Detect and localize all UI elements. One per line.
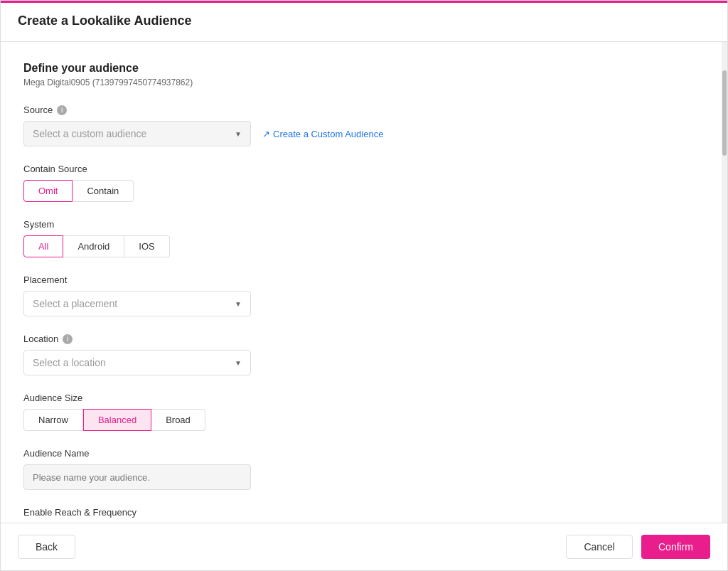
modal-content: Define your audience Mega Digital0905 (7… <box>1 42 722 523</box>
modal-header: Create a Lookalike Audience <box>1 1 727 42</box>
audience-size-label: Audience Size <box>23 393 699 403</box>
contain-source-label: Contain Source <box>23 164 699 174</box>
modal-container: Create a Lookalike Audience Define your … <box>0 0 728 571</box>
location-dropdown-chevron: ▼ <box>235 359 242 367</box>
placement-section: Placement Select a placement ▼ <box>23 274 699 316</box>
placement-dropdown-chevron: ▼ <box>235 300 242 308</box>
contain-source-button-group: Omit Contain <box>23 180 699 202</box>
audience-name-label: Audience Name <box>23 448 699 459</box>
audience-name-section: Audience Name <box>23 448 699 490</box>
system-label: System <box>23 219 699 230</box>
modal-footer: Back Cancel Confirm <box>1 523 727 570</box>
top-accent-border <box>1 1 727 3</box>
source-select-row: Select a custom audience ▼ ↗ Create a Cu… <box>23 121 699 146</box>
audience-size-balanced-button[interactable]: Balanced <box>83 409 151 431</box>
system-button-group: All Android IOS <box>23 235 699 257</box>
location-info-icon[interactable]: i <box>63 334 73 344</box>
location-label: Location i <box>23 333 699 344</box>
modal-body: Define your audience Mega Digital0905 (7… <box>1 42 727 523</box>
location-dropdown[interactable]: Select a location ▼ <box>23 350 251 375</box>
audience-size-section: Audience Size Narrow Balanced Broad <box>23 393 699 431</box>
placement-dropdown[interactable]: Select a placement ▼ <box>23 291 251 316</box>
audience-size-button-group: Narrow Balanced Broad <box>23 409 699 431</box>
define-audience-subtitle: Mega Digital0905 (71397997450774937862) <box>23 78 699 87</box>
scrollbar[interactable] <box>722 42 727 523</box>
define-audience-heading: Define your audience <box>23 62 699 75</box>
system-ios-button[interactable]: IOS <box>124 235 169 257</box>
footer-left: Back <box>18 535 75 559</box>
source-info-icon[interactable]: i <box>57 105 67 115</box>
define-audience-section: Define your audience Mega Digital0905 (7… <box>23 62 699 87</box>
create-link-icon: ↗ <box>262 129 270 139</box>
confirm-button[interactable]: Confirm <box>641 535 710 559</box>
footer-right: Cancel Confirm <box>566 535 710 559</box>
source-section: Source i Select a custom audience ▼ ↗ Cr… <box>23 105 699 146</box>
audience-name-input[interactable] <box>23 464 251 490</box>
reach-frequency-section: Enable Reach & Frequency <box>23 507 699 523</box>
system-section: System All Android IOS <box>23 219 699 257</box>
source-dropdown[interactable]: Select a custom audience ▼ <box>23 121 251 146</box>
source-dropdown-placeholder: Select a custom audience <box>33 128 146 139</box>
contain-source-contain-button[interactable]: Contain <box>73 180 134 202</box>
contain-source-section: Contain Source Omit Contain <box>23 164 699 202</box>
placement-dropdown-placeholder: Select a placement <box>33 298 117 309</box>
audience-size-narrow-button[interactable]: Narrow <box>23 409 83 431</box>
location-dropdown-placeholder: Select a location <box>33 357 106 368</box>
contain-source-omit-button[interactable]: Omit <box>23 180 73 202</box>
source-dropdown-chevron: ▼ <box>235 130 242 138</box>
audience-size-broad-button[interactable]: Broad <box>151 409 205 431</box>
system-android-button[interactable]: Android <box>63 235 124 257</box>
source-label: Source i <box>23 105 699 115</box>
cancel-button[interactable]: Cancel <box>566 535 633 559</box>
modal-title: Create a Lookalike Audience <box>18 14 191 28</box>
create-custom-audience-link[interactable]: ↗ Create a Custom Audience <box>262 129 383 139</box>
placement-label: Placement <box>23 274 699 285</box>
location-section: Location i Select a location ▼ <box>23 333 699 375</box>
reach-frequency-label: Enable Reach & Frequency <box>23 507 699 518</box>
system-all-button[interactable]: All <box>23 235 63 257</box>
scrollbar-thumb <box>722 70 727 156</box>
back-button[interactable]: Back <box>18 535 75 559</box>
